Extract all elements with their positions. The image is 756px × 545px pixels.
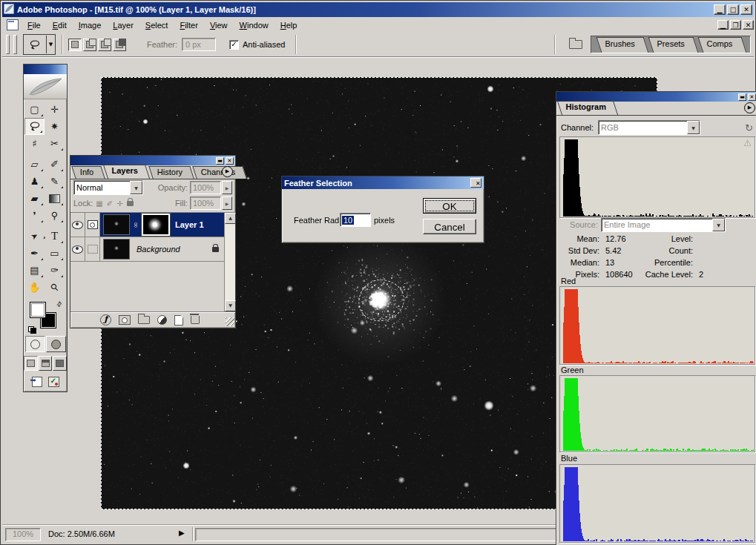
doc-close-icon[interactable]: ✕ xyxy=(743,20,754,30)
layer-row-background[interactable]: Background xyxy=(70,237,225,262)
tab-comps[interactable]: Comps xyxy=(698,37,747,53)
dropdown-icon[interactable]: ▼ xyxy=(687,121,700,134)
default-colors-icon[interactable] xyxy=(28,326,36,333)
mask-link-icon[interactable]: ∞ xyxy=(132,221,140,228)
layer-style-button[interactable]: ƒ xyxy=(100,314,111,326)
menu-image[interactable]: Image xyxy=(73,19,108,32)
minimize-icon[interactable]: ▁ xyxy=(714,4,726,15)
clone-stamp-tool[interactable]: ♟ xyxy=(24,173,45,190)
file-browser-button[interactable] xyxy=(567,36,585,53)
tab-info[interactable]: Info xyxy=(71,166,105,179)
scroll-down-icon[interactable]: ▼ xyxy=(225,300,236,311)
fill-value[interactable]: 100% xyxy=(190,196,221,210)
blend-mode-select[interactable]: Normal ▼ xyxy=(73,180,143,195)
visibility-eye-icon[interactable] xyxy=(72,245,83,254)
feather-radius-input[interactable]: 10 xyxy=(340,213,371,227)
new-layer-button[interactable] xyxy=(174,315,183,326)
menu-filter[interactable]: Filter xyxy=(174,19,203,32)
opacity-slider-icon[interactable]: ▶ xyxy=(222,181,232,194)
healing-brush-tool[interactable]: ▱ xyxy=(24,156,45,173)
anti-aliased-checkbox[interactable]: ✓ xyxy=(229,40,239,50)
blur-tool[interactable]: ❜ xyxy=(24,207,45,224)
close-icon[interactable]: ✕ xyxy=(740,4,752,15)
dialog-title-bar[interactable]: Feather Selection ✕ xyxy=(282,176,484,189)
channel-select[interactable]: RGB ▼ xyxy=(598,120,700,135)
palette-menu-icon[interactable]: ▶ xyxy=(222,166,233,177)
tab-histogram[interactable]: Histogram xyxy=(557,101,619,115)
layers-title-bar[interactable]: ▬ ✕ xyxy=(70,156,235,165)
tool-dropdown-icon[interactable]: ▼ xyxy=(46,36,55,53)
history-brush-tool[interactable]: ✎ xyxy=(45,173,65,190)
standard-mode-button[interactable] xyxy=(25,336,45,352)
lasso-tool[interactable] xyxy=(24,118,45,135)
new-group-button[interactable] xyxy=(138,316,150,324)
new-selection-button[interactable] xyxy=(68,39,82,51)
adobe-feather-logo[interactable] xyxy=(24,74,67,99)
swap-colors-icon[interactable]: ⇄ xyxy=(55,300,64,308)
dialog-close-icon[interactable]: ✕ xyxy=(470,178,481,188)
pen-tool[interactable]: ✒ xyxy=(24,245,45,262)
add-layer-mask-button[interactable] xyxy=(119,315,131,325)
menu-view[interactable]: View xyxy=(204,19,234,32)
resize-grip[interactable] xyxy=(226,317,234,326)
refresh-icon[interactable]: ↻ xyxy=(745,122,753,133)
uncached-warning-icon[interactable]: ⚠ xyxy=(743,138,752,148)
visibility-eye-icon[interactable] xyxy=(72,221,83,229)
fullscreen-menubar-button[interactable] xyxy=(39,356,53,371)
status-menu-icon[interactable]: ▶ xyxy=(179,529,185,537)
toolbox-title-bar[interactable] xyxy=(24,65,67,74)
lock-all-icon[interactable] xyxy=(127,201,134,206)
document-icon[interactable] xyxy=(7,19,19,30)
palette-close-icon[interactable]: ✕ xyxy=(748,93,756,101)
layer-name[interactable]: Background xyxy=(137,245,180,254)
cancel-button[interactable]: Cancel xyxy=(423,219,476,234)
move-tool[interactable]: ✛ xyxy=(45,101,65,118)
brush-tool[interactable]: ✐ xyxy=(45,156,65,173)
dodge-tool[interactable]: ⚲ xyxy=(45,207,65,224)
palette-close-icon[interactable]: ✕ xyxy=(226,157,234,165)
layer-name[interactable]: Layer 1 xyxy=(175,220,204,229)
lock-paint-icon[interactable]: ✐ xyxy=(107,199,113,208)
palette-minimize-icon[interactable]: ▬ xyxy=(216,157,224,165)
quick-mask-mode-button[interactable] xyxy=(46,336,66,352)
lock-transparency-icon[interactable]: ▦ xyxy=(96,199,102,208)
menu-edit[interactable]: Edit xyxy=(47,19,73,32)
menu-window[interactable]: Window xyxy=(234,19,275,32)
layer-row-layer1[interactable]: ∞ Layer 1 xyxy=(70,213,225,237)
options-grip[interactable] xyxy=(6,35,10,54)
layer-thumbnail[interactable] xyxy=(103,214,130,235)
palette-menu-icon[interactable]: ▶ xyxy=(744,102,755,113)
title-bar[interactable]: Adobe Photoshop - [M15.tif @ 100% (Layer… xyxy=(2,2,754,17)
rectangular-marquee-tool[interactable]: ▢ xyxy=(24,101,45,118)
layer-mask-thumbnail[interactable] xyxy=(143,215,168,234)
source-select[interactable]: Entire Image ▼ xyxy=(601,218,726,232)
zoom-level-field[interactable]: 100% xyxy=(5,528,41,541)
tab-layers[interactable]: Layers xyxy=(103,165,151,179)
opacity-value[interactable]: 100% xyxy=(190,181,221,194)
foreground-color-swatch[interactable] xyxy=(30,302,46,318)
add-selection-button[interactable] xyxy=(83,39,96,51)
magic-wand-tool[interactable]: ✷ xyxy=(45,118,65,135)
doc-restore-icon[interactable]: ❐ xyxy=(730,20,741,30)
menu-layer[interactable]: Layer xyxy=(107,19,139,32)
fill-slider-icon[interactable]: ▶ xyxy=(222,196,232,210)
crop-tool[interactable]: ♯ xyxy=(24,135,45,152)
maximize-icon[interactable]: □ xyxy=(727,4,739,15)
subtract-selection-button[interactable] xyxy=(98,39,111,51)
tab-brushes[interactable]: Brushes xyxy=(596,37,648,53)
intersect-selection-button[interactable] xyxy=(113,39,126,51)
tab-presets[interactable]: Presets xyxy=(648,37,698,53)
scroll-up-icon[interactable]: ▲ xyxy=(225,213,236,224)
layers-scrollbar[interactable]: ▲ ▼ xyxy=(224,213,235,311)
dropdown-icon[interactable]: ▼ xyxy=(712,219,725,231)
palette-minimize-icon[interactable]: ▬ xyxy=(738,93,746,101)
imageready-logo-icon[interactable] xyxy=(48,377,59,387)
fullscreen-button[interactable] xyxy=(53,356,67,371)
current-tool-button[interactable]: ▼ xyxy=(23,34,56,55)
slice-tool[interactable]: ✂ xyxy=(45,135,65,152)
ok-button[interactable]: OK xyxy=(423,198,476,214)
doc-minimize-icon[interactable]: ▁ xyxy=(717,20,729,30)
jump-to-imageready-icon[interactable] xyxy=(32,377,42,387)
menu-select[interactable]: Select xyxy=(139,19,174,32)
tab-history[interactable]: History xyxy=(148,166,194,179)
